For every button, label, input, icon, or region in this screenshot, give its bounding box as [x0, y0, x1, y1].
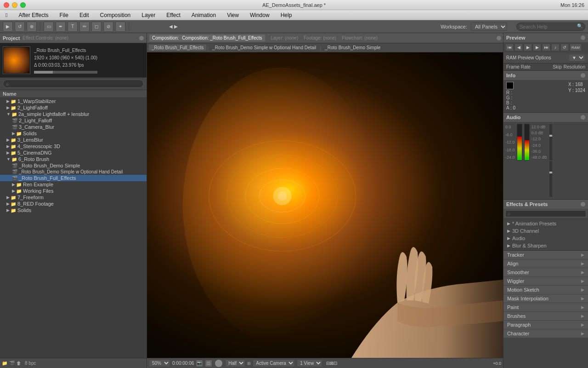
master-fader[interactable] [549, 124, 553, 161]
tree-item-lightfalloff2[interactable]: 🎬 2_Light_Falloff [0, 117, 147, 124]
audio-section-header[interactable]: Audio [503, 113, 588, 122]
next-frame-btn[interactable]: ▶ [533, 44, 541, 51]
effects-audio[interactable]: ▶ Audio [503, 235, 588, 242]
camera-tool[interactable]: ⊕ [27, 22, 37, 32]
effects-search-input[interactable] [505, 210, 586, 217]
info-content: R : G : B : A : 0 X : 168 Y : [503, 80, 588, 112]
comp-panel-close[interactable] [497, 36, 501, 40]
project-delete[interactable]: 🗑 [17, 361, 21, 366]
tree-item-cinemadng[interactable]: ▶ 📁 5_CinemaDNG [0, 150, 147, 156]
menu-composition[interactable]: Composition [98, 11, 133, 19]
tree-item-freeform[interactable]: ▶ 📁 7_Freeform [0, 194, 147, 201]
align-panel[interactable]: Align ▶ [503, 259, 588, 268]
tree-item-warpstabilizer[interactable]: ▶ 📁 1_WarpStabilizer [0, 98, 147, 104]
ram-options-select[interactable]: ▼ [569, 54, 585, 62]
audio-close[interactable] [581, 115, 585, 120]
workspace-select[interactable]: All Panels [471, 23, 507, 31]
effects-animation-presets[interactable]: ▶ * Animation Presets [503, 220, 588, 227]
selection-tool[interactable]: ▶ [3, 22, 13, 32]
tree-item-rotodemo2[interactable]: 🎬 _Roto Brush_Demo Simple w Optional Han… [0, 169, 147, 175]
tree-item-stereoscopic[interactable]: ▶ 📁 4_Stereoscopic 3D [0, 143, 147, 150]
composition-viewport[interactable] [147, 52, 503, 358]
project-tree[interactable]: ▶ 📁 1_WarpStabilizer ▶ 📁 2_LightFalloff … [0, 98, 147, 358]
text-tool[interactable]: T [68, 22, 78, 32]
preview-close[interactable] [581, 35, 585, 40]
tree-item-workingfiles[interactable]: ▶ 📁 Working Files [0, 188, 147, 194]
tree-item-simplelightfalloff[interactable]: ▼ 📁 2a_simple Lightfalloff + lensblur [0, 111, 147, 117]
search-help-input[interactable] [516, 23, 585, 31]
comp-tab-optional-hand[interactable]: _Roto Brush_Demo Simple w Optional Hand … [209, 45, 319, 51]
comp-tab-demo-simple[interactable]: _Roto Brush_Demo Simple [322, 45, 383, 51]
paragraph-panel[interactable]: Paragraph ▶ [503, 321, 588, 329]
menu-animation[interactable]: Animation [190, 11, 218, 19]
snapshot-btn[interactable]: 📷 [196, 360, 203, 367]
audio-btn[interactable]: ♪ [551, 44, 560, 51]
tree-item-solids2[interactable]: ▶ 📁 Solids [0, 207, 147, 213]
minimize-button[interactable] [12, 2, 17, 8]
resolution-select[interactable]: Half [225, 359, 245, 367]
wiggler-panel[interactable]: Wiggler ▶ [503, 277, 588, 286]
project-new-comp[interactable]: 🎬 [9, 361, 15, 366]
project-search-input[interactable] [3, 80, 144, 88]
ram-preview-btn[interactable]: RAM [570, 44, 582, 51]
pen-tool[interactable]: ✒ [56, 22, 66, 32]
paint-panel[interactable]: Paint ▶ [503, 303, 588, 312]
comp-tab-full-effects[interactable]: _Roto Brush_Full_Effects [149, 45, 206, 51]
info-close[interactable] [581, 73, 585, 78]
effects-3d-channel[interactable]: ▶ 3D Channel [503, 227, 588, 235]
roto-tool[interactable]: ⊘ [103, 22, 113, 32]
first-frame-btn[interactable]: ⏮ [505, 44, 514, 51]
last-frame-btn[interactable]: ⏭ [542, 44, 550, 51]
effects-close[interactable] [581, 202, 585, 207]
project-panel-close[interactable] [139, 36, 144, 40]
tree-item-lightfalloff[interactable]: ▶ 📁 2_LightFalloff [0, 104, 147, 111]
puppet-tool[interactable]: ✦ [115, 22, 125, 32]
tracker-panel[interactable]: Tracker ▶ [503, 251, 588, 259]
camera-select[interactable]: Active Camera [253, 359, 295, 367]
menu-edit[interactable]: Edit [78, 11, 91, 19]
window-controls[interactable] [4, 2, 26, 8]
prev-frame-btn[interactable]: ◀ [514, 44, 523, 51]
smoother-panel[interactable]: Smoother ▶ [503, 268, 588, 277]
show-snapshot-btn[interactable]: ◫ [205, 360, 212, 367]
menu-file[interactable]: File [58, 11, 70, 19]
maximize-button[interactable] [20, 2, 26, 8]
tree-item-rotofull[interactable]: 🎬 _Roto Brush_Full_Effects [0, 175, 147, 181]
mask-interpolation-panel[interactable]: Mask Interpolation ▶ [503, 294, 588, 303]
tree-item-rotobrush[interactable]: ▼ 📁 6_Roto Brush [0, 156, 147, 162]
tree-item-solids1[interactable]: ▶ 📁 Solids [0, 130, 147, 137]
effects-section-header[interactable]: Effects & Presets [503, 200, 588, 209]
tree-item-redfootage[interactable]: ▶ 📁 8_RED Footage [0, 201, 147, 207]
rotation-tool[interactable]: ↺ [15, 22, 25, 32]
menu-after-effects[interactable]: After Effects [17, 11, 50, 19]
rectangle-tool[interactable]: ▭ [44, 22, 54, 32]
tree-item-lensblur[interactable]: ▶ 📁 3_LensBlur [0, 137, 147, 143]
project-new-folder[interactable]: 📁 [2, 361, 7, 366]
close-button[interactable] [4, 2, 9, 8]
menu-help[interactable]: Help [279, 11, 294, 19]
effects-blur-sharpen[interactable]: ▶ Blur & Sharpen [503, 242, 588, 249]
menu-apple[interactable]:  [4, 11, 9, 19]
zoom-select[interactable]: 50% [149, 359, 170, 367]
menu-window[interactable]: Window [248, 11, 271, 19]
menu-effect[interactable]: Effect [164, 11, 182, 19]
info-section-header[interactable]: Info [503, 71, 588, 80]
brush-tool[interactable]: ✏ [79, 22, 90, 32]
view-select[interactable]: 1 View [297, 359, 322, 367]
tree-item-rotodemo1[interactable]: 🎬 _Roto Brush_Demo Simple [0, 162, 147, 169]
tree-item-renexample[interactable]: ▶ 📁 Ren Example [0, 181, 147, 188]
checkerboard-btn[interactable] [215, 360, 222, 367]
loop-btn[interactable]: ↺ [560, 44, 569, 51]
eraser-tool[interactable]: ◻ [91, 22, 102, 32]
tree-label: 7_Freeform [17, 195, 44, 200]
comp-header-tab[interactable]: Composition: Composition: _Roto Brush_Fu… [149, 34, 266, 42]
master-fader2[interactable] [549, 161, 553, 197]
menu-layer[interactable]: Layer [140, 11, 157, 19]
motion-sketch-panel[interactable]: Motion Sketch ▶ [503, 286, 588, 294]
play-btn[interactable]: ▶ [524, 44, 532, 51]
character-panel[interactable]: Character ▶ [503, 329, 588, 338]
menu-view[interactable]: View [225, 11, 241, 19]
brushes-panel[interactable]: Brushes ▶ [503, 312, 588, 321]
preview-section-header[interactable]: Preview [503, 33, 588, 42]
tree-item-camerablur[interactable]: 🎬 3_Camera_Blur [0, 124, 147, 130]
